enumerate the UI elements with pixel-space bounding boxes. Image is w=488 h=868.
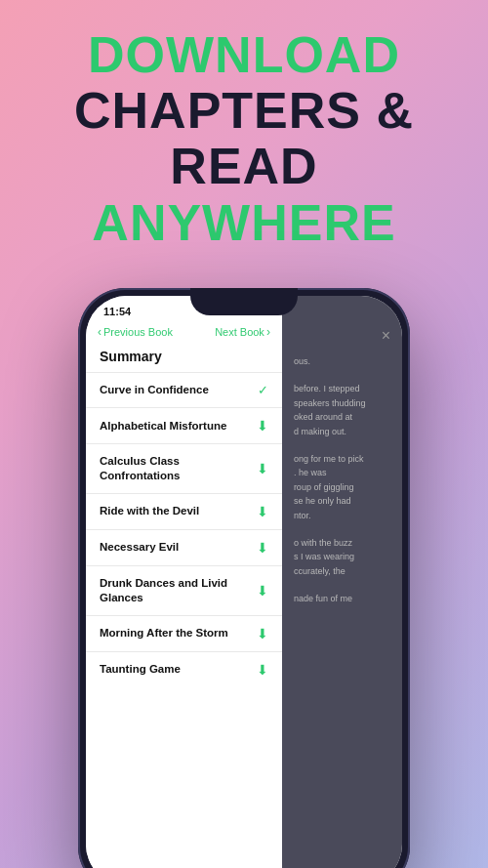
- hero-line-1: DOWNLOAD: [20, 27, 468, 83]
- next-book-label: Next Book: [215, 326, 264, 338]
- chapter-title: Necessary Evil: [100, 540, 257, 555]
- chapter-item[interactable]: Necessary Evil⬇: [86, 529, 282, 565]
- chapter-title: Morning After the Storm: [100, 626, 257, 641]
- previous-book-button[interactable]: ‹ Previous Book: [98, 325, 173, 339]
- right-panel-content: ous. before. I steppedspeakers thuddingo…: [282, 296, 402, 631]
- text-block-2: before. I steppedspeakers thuddingoked a…: [294, 382, 390, 438]
- prev-chevron-icon: ‹: [98, 325, 102, 339]
- text-block-3: ong for me to pick. he wasroup of giggli…: [294, 452, 390, 522]
- text-block-5: nade fun of me: [294, 592, 390, 605]
- download-icon[interactable]: ⬇: [257, 662, 268, 678]
- chapter-title: Calculus Class Confrontations: [100, 454, 257, 483]
- download-icon[interactable]: ⬇: [257, 461, 268, 476]
- phone-mockup: 11:54 ▲▲▲ 5G: [78, 288, 410, 868]
- nav-row[interactable]: ‹ Previous Book Next Book ›: [86, 321, 282, 345]
- chapter-item[interactable]: Alphabetical Misfortune⬇: [86, 407, 282, 443]
- download-icon[interactable]: ⬇: [257, 626, 268, 641]
- chapter-title: Taunting Game: [100, 662, 257, 677]
- next-book-button[interactable]: Next Book ›: [215, 325, 270, 339]
- chapter-item[interactable]: Morning After the Storm⬇: [86, 615, 282, 651]
- text-block-1: ous.: [294, 354, 390, 368]
- chapter-title: Ride with the Devil: [100, 504, 257, 518]
- hero-line-4: ANYWHERE: [20, 195, 468, 251]
- right-panel: × ous. before. I steppedspeakers thuddin…: [282, 296, 402, 868]
- chapter-title: Curve in Confidence: [100, 383, 258, 397]
- chapter-list: Curve in Confidence✓Alphabetical Misfort…: [86, 372, 282, 868]
- chapter-item[interactable]: Drunk Dances and Livid Glances⬇: [86, 565, 282, 615]
- download-icon[interactable]: ⬇: [257, 418, 268, 434]
- hero-section: DOWNLOAD CHAPTERS & READ ANYWHERE: [0, 27, 488, 251]
- phone-frame: 11:54 ▲▲▲ 5G: [78, 288, 410, 868]
- text-block-4: o with the buzzs I was wearingccurately,…: [294, 536, 390, 578]
- chapter-item[interactable]: Taunting Game⬇: [86, 651, 282, 687]
- chapter-title: Alphabetical Misfortune: [100, 419, 257, 434]
- close-button[interactable]: ×: [382, 327, 390, 345]
- phone-notch: [190, 288, 298, 315]
- chapter-item[interactable]: Calculus Class Confrontations⬇: [86, 443, 282, 493]
- hero-line-2: CHAPTERS &: [20, 83, 468, 139]
- hero-line-3: READ: [20, 139, 468, 194]
- chapter-title: Drunk Dances and Livid Glances: [100, 576, 257, 605]
- download-icon[interactable]: ⬇: [257, 583, 268, 599]
- download-icon[interactable]: ⬇: [257, 504, 268, 519]
- next-chevron-icon: ›: [266, 325, 270, 339]
- chapter-item[interactable]: Curve in Confidence✓: [86, 372, 282, 407]
- previous-book-label: Previous Book: [103, 326, 173, 338]
- left-panel: 11:54 ▲▲▲ 5G: [86, 296, 282, 868]
- status-time: 11:54: [103, 306, 131, 317]
- chapter-item[interactable]: Ride with the Devil⬇: [86, 493, 282, 529]
- checkmark-icon[interactable]: ✓: [258, 383, 268, 397]
- summary-heading: Summary: [86, 345, 282, 372]
- phone-screen: 11:54 ▲▲▲ 5G: [86, 296, 402, 868]
- download-icon[interactable]: ⬇: [257, 540, 268, 556]
